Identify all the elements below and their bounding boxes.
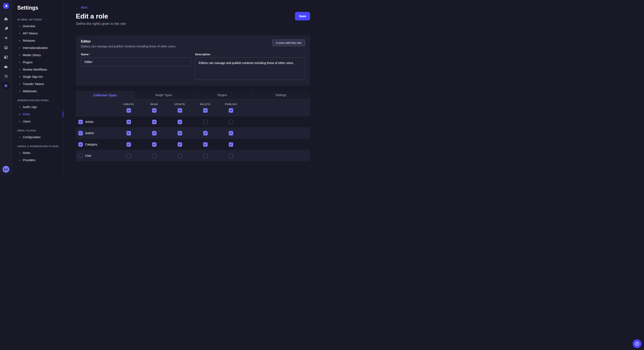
subnav-item-label: Roles xyxy=(23,113,30,116)
article-read-checkbox[interactable] xyxy=(152,120,156,124)
subnav-item-webhooks[interactable]: Webhooks xyxy=(12,88,63,95)
user-create-checkbox[interactable] xyxy=(126,154,131,158)
row-lead-author: Author xyxy=(76,131,116,136)
article-delete-checkbox[interactable] xyxy=(203,120,208,124)
tab-label: Plugins xyxy=(218,93,227,97)
user-update-checkbox[interactable] xyxy=(178,154,182,158)
subnav-item-users[interactable]: Users xyxy=(12,118,63,125)
select-all-create-checkbox[interactable] xyxy=(126,108,131,113)
subnav-item-roles[interactable]: Roles xyxy=(12,111,63,118)
category-read-checkbox[interactable] xyxy=(152,142,156,147)
home-icon xyxy=(4,17,8,21)
row-lead-article: Article xyxy=(76,120,116,124)
strapi-logo-slot[interactable] xyxy=(0,0,12,12)
subnav-item-plugins[interactable]: Plugins xyxy=(12,59,63,66)
subnav-section-email-plugin: EMAIL PLUGINConfiguration xyxy=(12,129,63,141)
bullet-icon xyxy=(19,69,20,70)
subnav-item-roles[interactable]: Roles xyxy=(12,149,63,157)
rail-item-home[interactable] xyxy=(0,14,12,24)
subnav-item-releases[interactable]: Releases xyxy=(12,37,63,44)
rail-item-marketplace[interactable] xyxy=(0,71,12,81)
tab-settings[interactable]: Settings xyxy=(252,91,310,99)
subnav-item-single-sign-on[interactable]: Single Sign-On xyxy=(12,73,63,80)
bullet-icon xyxy=(19,55,20,56)
tab-plugins[interactable]: Plugins xyxy=(193,91,252,99)
subnav-section-users-permissions-plugin: USERS & PERMISSIONS PLUGINRolesProviders xyxy=(12,145,63,164)
author-create-checkbox[interactable] xyxy=(126,131,131,136)
author-update-checkbox[interactable] xyxy=(178,131,182,136)
subnav-item-review-workflows[interactable]: Review Workflows xyxy=(12,66,63,73)
save-button[interactable]: Save xyxy=(295,12,310,20)
description-label: Description xyxy=(195,53,305,56)
subnav-item-transfer-tokens[interactable]: Transfer Tokens xyxy=(12,80,63,88)
article-update-checkbox[interactable] xyxy=(178,120,182,124)
checkbox-mark xyxy=(127,131,130,134)
checkbox-mark xyxy=(153,122,156,122)
author-publish-cell xyxy=(218,131,244,136)
feather-icon xyxy=(4,26,8,31)
article-publish-checkbox[interactable] xyxy=(229,120,233,124)
author-delete-checkbox[interactable] xyxy=(203,131,208,136)
subnav-item-configuration[interactable]: Configuration xyxy=(12,134,63,141)
author-read-checkbox[interactable] xyxy=(152,131,156,136)
article-delete-cell xyxy=(192,120,218,124)
subnav-item-providers[interactable]: Providers xyxy=(12,157,63,164)
subnav-item-label: Review Workflows xyxy=(23,68,47,71)
permission-row-user: User xyxy=(76,150,310,161)
author-read-cell xyxy=(142,131,167,136)
bullet-icon xyxy=(19,121,20,122)
subnav-item-overview[interactable]: Overview xyxy=(12,22,63,30)
user-avatar[interactable]: KD xyxy=(2,166,9,173)
settings-subnav: Settings GLOBAL SETTINGSOverviewAPI Toke… xyxy=(12,0,64,175)
article-row-checkbox[interactable] xyxy=(78,120,83,124)
article-create-checkbox[interactable] xyxy=(126,120,131,124)
select-all-publish-checkbox[interactable] xyxy=(229,108,233,113)
user-read-checkbox[interactable] xyxy=(152,154,156,158)
select-all-update-checkbox[interactable] xyxy=(178,108,182,113)
user-publish-checkbox[interactable] xyxy=(229,154,233,158)
cart-icon xyxy=(4,74,8,78)
checkbox-mark xyxy=(178,131,181,134)
checkbox-mark xyxy=(178,143,181,145)
checkbox-mark xyxy=(204,131,206,134)
checkbox-mark xyxy=(128,122,130,122)
select-all-cell-publish xyxy=(218,108,244,113)
user-row-checkbox[interactable] xyxy=(78,154,83,158)
subnav-item-api-tokens[interactable]: API Tokens xyxy=(12,30,63,37)
select-all-read-checkbox[interactable] xyxy=(152,108,156,113)
subnav-item-media-library[interactable]: Media Library xyxy=(12,51,63,59)
checkbox-mark xyxy=(230,131,232,134)
rail-item-media-library[interactable] xyxy=(0,43,12,52)
category-publish-checkbox[interactable] xyxy=(229,142,233,147)
category-delete-checkbox[interactable] xyxy=(203,142,208,147)
rail-item-settings[interactable] xyxy=(0,81,12,91)
user-publish-cell xyxy=(218,154,244,158)
tab-single-types[interactable]: Single Types xyxy=(134,91,193,99)
name-input[interactable] xyxy=(81,57,191,66)
rail-item-cloud[interactable] xyxy=(0,62,12,71)
bullet-icon xyxy=(19,91,20,92)
bullet-icon xyxy=(19,47,20,48)
checkbox-mark xyxy=(230,110,232,111)
tab-collection-types[interactable]: Collection Types xyxy=(76,91,134,99)
paper-plane-icon xyxy=(4,36,8,40)
subnav-item-audit-logs[interactable]: Audit Logs xyxy=(12,103,63,111)
category-update-checkbox[interactable] xyxy=(178,142,182,147)
user-delete-checkbox[interactable] xyxy=(203,154,208,158)
select-all-delete-checkbox[interactable] xyxy=(203,108,208,113)
select-all-cell-delete xyxy=(192,108,218,113)
category-create-checkbox[interactable] xyxy=(126,142,131,147)
users-count-badge[interactable]: 0 users with this role xyxy=(272,39,305,46)
rail-item-deploy[interactable] xyxy=(0,33,12,43)
description-textarea[interactable]: Editors can manage and publish contents … xyxy=(195,57,305,80)
back-link[interactable]: ← Back xyxy=(76,6,88,9)
rail-item-content-manager[interactable] xyxy=(0,24,12,33)
article-read-cell xyxy=(142,120,167,124)
checkbox-mark xyxy=(179,110,181,111)
subnav-item-internationalization[interactable]: Internationalization xyxy=(12,44,63,51)
author-publish-checkbox[interactable] xyxy=(229,131,233,136)
author-row-checkbox[interactable] xyxy=(78,131,83,136)
category-row-checkbox[interactable] xyxy=(78,142,83,147)
rail-item-content-type-builder[interactable] xyxy=(0,52,12,62)
checkbox-mark xyxy=(153,110,156,111)
